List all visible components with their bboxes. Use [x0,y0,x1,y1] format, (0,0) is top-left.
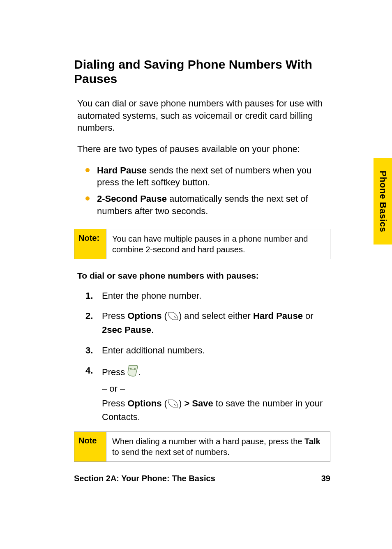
gt-symbol: > [184,398,189,408]
bullet-bold: 2-Second Pause [97,194,167,204]
side-tab-phone-basics: Phone Basics [374,158,392,245]
pause-types-list: Hard Pause sends the next set of numbers… [85,164,330,217]
step-number: 3. [85,344,93,357]
procedure-heading: To dial or save phone numbers with pause… [77,271,330,281]
bullet-2sec-pause: 2-Second Pause automatically sends the n… [85,193,330,217]
step-number: 2. [85,310,93,322]
step-2: 2. Press Options () and select either Ha… [85,310,330,336]
note-box-2: Note When dialing a number with a hard p… [74,431,330,462]
note-box-1: Note: You can have multiple pauses in a … [74,229,330,259]
svg-point-0 [174,316,175,317]
save-word: Save [189,398,213,408]
options-word-2: Options [127,398,161,408]
paren-close: ) and select either [179,311,253,321]
2sec-pause-word: 2sec Pause [102,325,151,335]
svg-text:TALK: TALK [130,368,136,370]
step-number: 1. [85,290,93,302]
footer-page-number: 39 [321,474,330,483]
page-footer: Section 2A: Your Phone: The Basics 39 [74,474,330,483]
note-label: Note [74,432,106,461]
press-word-2: Press [102,398,127,408]
svg-point-1 [175,317,176,318]
step-1: 1. Enter the phone number. [85,290,330,302]
right-softkey-icon [167,399,179,411]
intro-paragraph-2: There are two types of pauses available … [77,143,330,155]
note-content: When dialing a number with a hard pause,… [106,432,330,461]
step-end: . [151,325,154,335]
note-content: You can have multiple pauses in a phone … [106,229,330,259]
paren-open: ( [161,311,167,321]
right-softkey-icon [167,311,179,324]
step-text: Enter additional numbers. [102,345,205,355]
steps-list: 1. Enter the phone number. 2. Press Opti… [85,290,330,424]
or-word: or [303,311,314,321]
intro-paragraph-1: You can dial or save phone numbers with … [77,97,330,134]
step-text: Enter the phone number. [102,291,201,301]
page: Phone Basics Dialing and Saving Phone Nu… [0,0,392,549]
page-heading: Dialing and Saving Phone Numbers With Pa… [74,58,330,86]
step-text-pre: Press [102,311,127,321]
svg-point-3 [174,404,175,404]
talk-key-icon: TALK [127,364,138,380]
note-label: Note: [74,229,106,259]
side-tab-label: Phone Basics [378,171,388,232]
press-word: Press [102,367,127,377]
step-4-alt: Press Options () > Save to save the numb… [102,397,330,423]
paren-open-2: ( [161,398,167,408]
bullet-hard-pause: Hard Pause sends the next set of numbers… [85,164,330,189]
step-4: 4. Press TALK. – or – Press Options () >… [85,364,330,423]
bullet-bold: Hard Pause [97,165,147,175]
options-word: Options [127,311,161,321]
paren-close-2: ) [179,398,184,408]
hard-pause-word: Hard Pause [253,311,303,321]
or-separator: – or – [102,383,330,395]
talk-word: Talk [304,437,321,446]
svg-point-4 [175,404,176,405]
step-number: 4. [85,364,93,377]
note2-pre: When dialing a number with a hard pause,… [112,437,304,446]
footer-section: Section 2A: Your Phone: The Basics [74,474,215,483]
note2-post: to send the next set of numbers. [112,448,230,457]
period: . [138,367,141,377]
step-3: 3. Enter additional numbers. [85,344,330,357]
